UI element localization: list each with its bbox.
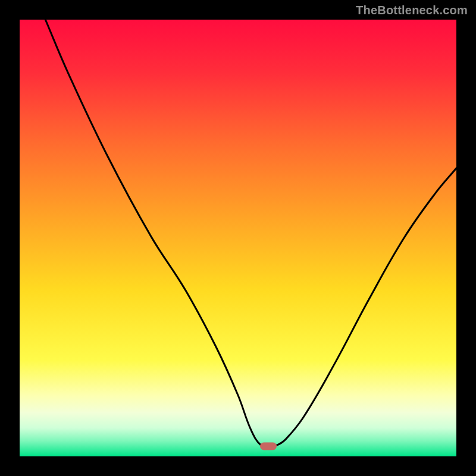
watermark-text: TheBottleneck.com (356, 4, 468, 17)
optimal-marker (260, 443, 277, 450)
chart-stage: TheBottleneck.com (0, 0, 476, 476)
plot-area (20, 20, 456, 456)
bottleneck-curve (20, 20, 456, 456)
